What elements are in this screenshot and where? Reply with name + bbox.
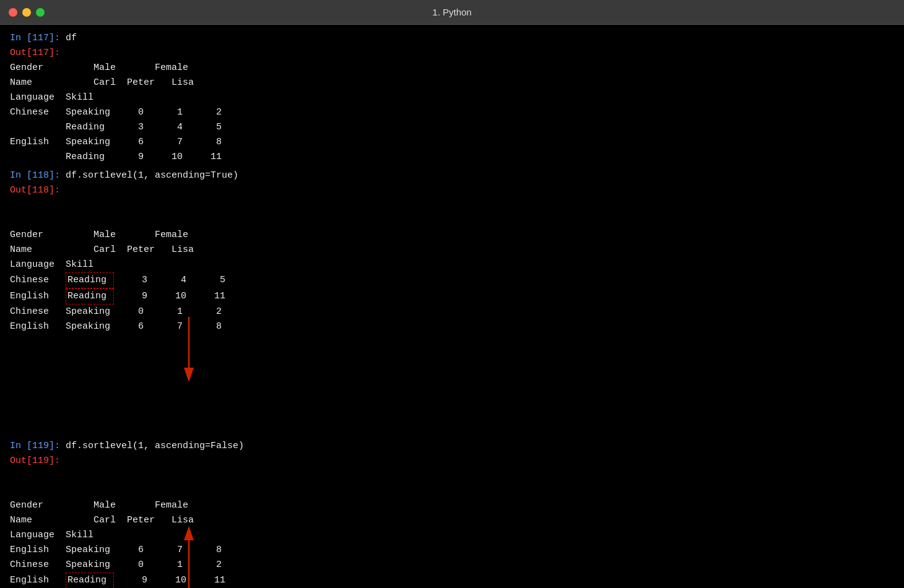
maximize-button[interactable] xyxy=(36,8,45,17)
window-title: 1. Python xyxy=(432,7,471,17)
cell-119: In [119]: df.sortlevel(1, ascending=Fals… xyxy=(10,439,894,588)
cell-117-input[interactable]: In [117]: df xyxy=(10,31,894,46)
cell-118: In [118]: df.sortlevel(1, ascending=True… xyxy=(10,168,894,435)
close-button[interactable] xyxy=(9,8,17,17)
cell-118-output-label: Out[118]: xyxy=(10,183,894,198)
cell-119-output-label: Out[119]: xyxy=(10,454,894,469)
cell-119-table: Gender Male Female Name Carl Peter Lisa … xyxy=(10,469,894,588)
traffic-lights xyxy=(9,8,45,17)
cell-117: In [117]: df Out[117]: Gender Male Femal… xyxy=(10,31,894,165)
titlebar: 1. Python xyxy=(0,0,904,25)
cell-117-output-label: Out[117]: xyxy=(10,46,894,61)
cell-118-input[interactable]: In [118]: df.sortlevel(1, ascending=True… xyxy=(10,168,894,183)
svg-marker-1 xyxy=(184,368,194,382)
cell-118-table: Gender Male Female Name Carl Peter Lisa … xyxy=(10,198,894,435)
cell-117-table: Gender Male Female Name Carl Peter Lisa … xyxy=(10,61,894,165)
minimize-button[interactable] xyxy=(22,8,31,17)
cell-119-input[interactable]: In [119]: df.sortlevel(1, ascending=Fals… xyxy=(10,439,894,454)
notebook: In [117]: df Out[117]: Gender Male Femal… xyxy=(0,25,904,588)
